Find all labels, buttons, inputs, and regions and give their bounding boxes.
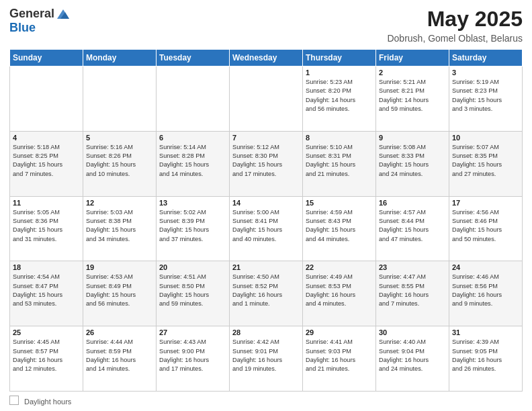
table-row: 11Sunrise: 5:05 AMSunset: 8:36 PMDayligh… xyxy=(10,196,83,261)
day-number: 20 xyxy=(159,263,226,271)
day-number: 30 xyxy=(379,328,446,336)
table-row: 15Sunrise: 4:59 AMSunset: 8:43 PMDayligh… xyxy=(303,196,376,261)
daylight-label: Daylight hours xyxy=(24,398,71,406)
page-subtitle: Dobrush, Gomel Oblast, Belarus xyxy=(387,33,523,44)
day-info: Sunrise: 5:14 AMSunset: 8:28 PMDaylight:… xyxy=(159,143,226,179)
day-number: 21 xyxy=(232,263,300,271)
day-number: 17 xyxy=(452,199,519,207)
table-row: 2Sunrise: 5:21 AMSunset: 8:21 PMDaylight… xyxy=(376,66,449,132)
day-info: Sunrise: 5:10 AMSunset: 8:31 PMDaylight:… xyxy=(306,143,373,179)
day-number: 27 xyxy=(159,328,226,336)
table-row xyxy=(83,66,157,132)
day-info: Sunrise: 4:59 AMSunset: 8:43 PMDaylight:… xyxy=(306,208,373,244)
table-row: 19Sunrise: 4:53 AMSunset: 8:49 PMDayligh… xyxy=(83,261,157,326)
day-info: Sunrise: 5:07 AMSunset: 8:35 PMDaylight:… xyxy=(452,143,519,179)
col-tuesday: Tuesday xyxy=(157,50,230,66)
day-number: 25 xyxy=(13,328,80,336)
day-number: 12 xyxy=(86,199,153,207)
table-row: 1Sunrise: 5:23 AMSunset: 8:20 PMDaylight… xyxy=(303,66,376,132)
table-row xyxy=(157,66,230,132)
day-info: Sunrise: 4:45 AMSunset: 8:57 PMDaylight:… xyxy=(13,338,80,373)
day-info: Sunrise: 5:16 AMSunset: 8:26 PMDaylight:… xyxy=(86,143,153,179)
table-row: 27Sunrise: 4:43 AMSunset: 9:00 PMDayligh… xyxy=(157,326,230,392)
table-row: 12Sunrise: 5:03 AMSunset: 8:38 PMDayligh… xyxy=(83,196,157,261)
table-row: 31Sunrise: 4:39 AMSunset: 9:05 PMDayligh… xyxy=(449,326,523,392)
daylight-box-icon xyxy=(9,396,19,405)
col-wednesday: Wednesday xyxy=(230,50,303,66)
day-info: Sunrise: 5:21 AMSunset: 8:21 PMDaylight:… xyxy=(379,78,446,113)
day-number: 18 xyxy=(13,263,80,271)
day-info: Sunrise: 4:47 AMSunset: 8:55 PMDaylight:… xyxy=(379,273,446,308)
day-info: Sunrise: 4:44 AMSunset: 8:59 PMDaylight:… xyxy=(86,338,153,373)
day-number: 6 xyxy=(159,134,226,142)
day-info: Sunrise: 5:23 AMSunset: 8:20 PMDaylight:… xyxy=(306,78,373,113)
day-info: Sunrise: 4:49 AMSunset: 8:53 PMDaylight:… xyxy=(306,273,373,308)
table-row: 28Sunrise: 4:42 AMSunset: 9:01 PMDayligh… xyxy=(230,326,303,392)
table-row: 4Sunrise: 5:18 AMSunset: 8:25 PMDaylight… xyxy=(10,131,83,196)
logo-icon xyxy=(56,7,71,21)
logo-blue-text: Blue xyxy=(9,21,36,35)
page: General Blue May 2025 Dobrush, Gomel Obl… xyxy=(0,0,532,411)
day-number: 15 xyxy=(306,199,373,207)
table-row: 7Sunrise: 5:12 AMSunset: 8:30 PMDaylight… xyxy=(230,131,303,196)
table-row: 18Sunrise: 4:54 AMSunset: 8:47 PMDayligh… xyxy=(10,261,83,326)
table-row: 16Sunrise: 4:57 AMSunset: 8:44 PMDayligh… xyxy=(376,196,449,261)
calendar-header: Sunday Monday Tuesday Wednesday Thursday… xyxy=(10,50,523,66)
day-number: 8 xyxy=(306,134,373,142)
day-number: 11 xyxy=(13,199,80,207)
day-info: Sunrise: 5:00 AMSunset: 8:41 PMDaylight:… xyxy=(232,208,300,244)
day-number: 16 xyxy=(379,199,446,207)
day-info: Sunrise: 4:42 AMSunset: 9:01 PMDaylight:… xyxy=(232,338,300,373)
day-number: 2 xyxy=(379,68,446,77)
day-info: Sunrise: 4:50 AMSunset: 8:52 PMDaylight:… xyxy=(232,273,300,308)
day-number: 19 xyxy=(86,263,153,271)
day-info: Sunrise: 4:40 AMSunset: 9:04 PMDaylight:… xyxy=(379,338,446,373)
day-info: Sunrise: 5:18 AMSunset: 8:25 PMDaylight:… xyxy=(13,143,80,179)
header: General Blue May 2025 Dobrush, Gomel Obl… xyxy=(9,7,523,44)
day-info: Sunrise: 5:12 AMSunset: 8:30 PMDaylight:… xyxy=(232,143,300,179)
day-number: 10 xyxy=(452,134,519,142)
table-row: 20Sunrise: 4:51 AMSunset: 8:50 PMDayligh… xyxy=(157,261,230,326)
col-friday: Friday xyxy=(376,50,449,66)
table-row: 14Sunrise: 5:00 AMSunset: 8:41 PMDayligh… xyxy=(230,196,303,261)
table-row: 25Sunrise: 4:45 AMSunset: 8:57 PMDayligh… xyxy=(10,326,83,392)
day-number: 23 xyxy=(379,263,446,271)
table-row: 30Sunrise: 4:40 AMSunset: 9:04 PMDayligh… xyxy=(376,326,449,392)
day-info: Sunrise: 4:41 AMSunset: 9:03 PMDaylight:… xyxy=(306,338,373,373)
table-row: 23Sunrise: 4:47 AMSunset: 8:55 PMDayligh… xyxy=(376,261,449,326)
day-number: 31 xyxy=(452,328,519,336)
day-info: Sunrise: 4:56 AMSunset: 8:46 PMDaylight:… xyxy=(452,208,519,244)
table-row: 24Sunrise: 4:46 AMSunset: 8:56 PMDayligh… xyxy=(449,261,523,326)
table-row: 26Sunrise: 4:44 AMSunset: 8:59 PMDayligh… xyxy=(83,326,157,392)
table-row: 5Sunrise: 5:16 AMSunset: 8:26 PMDaylight… xyxy=(83,131,157,196)
day-number: 7 xyxy=(232,134,300,142)
day-info: Sunrise: 4:53 AMSunset: 8:49 PMDaylight:… xyxy=(86,273,153,308)
table-row: 9Sunrise: 5:08 AMSunset: 8:33 PMDaylight… xyxy=(376,131,449,196)
day-info: Sunrise: 4:43 AMSunset: 9:00 PMDaylight:… xyxy=(159,338,226,373)
day-info: Sunrise: 5:02 AMSunset: 8:39 PMDaylight:… xyxy=(159,208,226,244)
col-monday: Monday xyxy=(83,50,157,66)
day-number: 5 xyxy=(86,134,153,142)
table-row xyxy=(10,66,83,132)
col-saturday: Saturday xyxy=(449,50,523,66)
table-row xyxy=(230,66,303,132)
footer: Daylight hours xyxy=(9,394,523,406)
day-number: 22 xyxy=(306,263,373,271)
day-info: Sunrise: 4:39 AMSunset: 9:05 PMDaylight:… xyxy=(452,338,519,373)
day-number: 24 xyxy=(452,263,519,271)
table-row: 13Sunrise: 5:02 AMSunset: 8:39 PMDayligh… xyxy=(157,196,230,261)
table-row: 17Sunrise: 4:56 AMSunset: 8:46 PMDayligh… xyxy=(449,196,523,261)
day-number: 29 xyxy=(306,328,373,336)
calendar-table: Sunday Monday Tuesday Wednesday Thursday… xyxy=(9,49,523,392)
day-info: Sunrise: 4:51 AMSunset: 8:50 PMDaylight:… xyxy=(159,273,226,308)
day-info: Sunrise: 5:03 AMSunset: 8:38 PMDaylight:… xyxy=(86,208,153,244)
table-row: 3Sunrise: 5:19 AMSunset: 8:23 PMDaylight… xyxy=(449,66,523,132)
day-info: Sunrise: 5:05 AMSunset: 8:36 PMDaylight:… xyxy=(13,208,80,244)
logo-general-text: General xyxy=(9,7,54,21)
col-thursday: Thursday xyxy=(303,50,376,66)
table-row: 8Sunrise: 5:10 AMSunset: 8:31 PMDaylight… xyxy=(303,131,376,196)
calendar-body: 1Sunrise: 5:23 AMSunset: 8:20 PMDaylight… xyxy=(10,66,523,392)
table-row: 21Sunrise: 4:50 AMSunset: 8:52 PMDayligh… xyxy=(230,261,303,326)
day-number: 14 xyxy=(232,199,300,207)
table-row: 10Sunrise: 5:07 AMSunset: 8:35 PMDayligh… xyxy=(449,131,523,196)
